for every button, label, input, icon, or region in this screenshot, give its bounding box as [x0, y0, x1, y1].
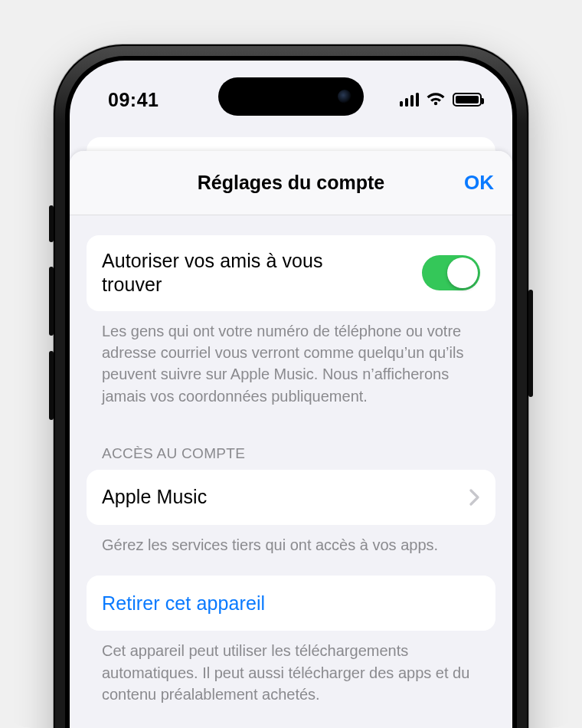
side-button-volume-up	[49, 267, 54, 336]
phone-screen: 09:41	[70, 61, 512, 728]
chevron-right-icon	[469, 489, 480, 506]
phone-frame: 09:41	[54, 44, 528, 728]
account-settings-sheet: Réglages du compte OK Autoriser vos amis…	[70, 151, 512, 728]
side-button-volume-down	[49, 351, 54, 420]
cellular-signal-icon	[400, 93, 420, 107]
account-access-footer: Gérez les services tiers qui ont accès à…	[87, 525, 495, 556]
toggle-knob-icon	[447, 257, 478, 288]
remove-device-label: Retirer cet appareil	[102, 592, 265, 615]
battery-icon	[453, 93, 482, 107]
find-friends-group: Autoriser vos amis à vous trouver Les ge…	[87, 235, 495, 407]
done-button[interactable]: OK	[464, 171, 494, 195]
find-friends-toggle[interactable]	[422, 255, 480, 290]
stage: 09:41	[0, 0, 582, 728]
remove-device-button[interactable]: Retirer cet appareil	[87, 576, 495, 631]
side-button-power	[528, 290, 533, 397]
status-time: 09:41	[108, 89, 159, 111]
find-friends-row: Autoriser vos amis à vous trouver	[87, 235, 495, 311]
sheet-title: Réglages du compte	[198, 172, 385, 194]
find-friends-footer: Les gens qui ont votre numéro de télépho…	[87, 311, 495, 408]
side-button-silent	[49, 205, 54, 242]
account-access-item-label: Apple Music	[102, 485, 207, 509]
account-access-header: ACCÈS AU COMPTE	[87, 413, 495, 470]
account-access-group: ACCÈS AU COMPTE Apple Music Gérez les se…	[87, 413, 495, 556]
account-access-apple-music-row[interactable]: Apple Music	[87, 470, 495, 525]
find-friends-label: Autoriser vos amis à vous trouver	[102, 249, 378, 297]
status-icons	[400, 92, 482, 107]
wifi-icon	[426, 92, 446, 107]
sheet-header: Réglages du compte OK	[70, 151, 512, 215]
remove-device-group: Retirer cet appareil Cet appareil peut u…	[87, 576, 495, 705]
dynamic-island	[218, 77, 364, 116]
remove-device-footer: Cet appareil peut utiliser les télécharg…	[87, 631, 495, 705]
sheet-body: Autoriser vos amis à vous trouver Les ge…	[70, 235, 512, 706]
front-camera-icon	[338, 90, 351, 103]
